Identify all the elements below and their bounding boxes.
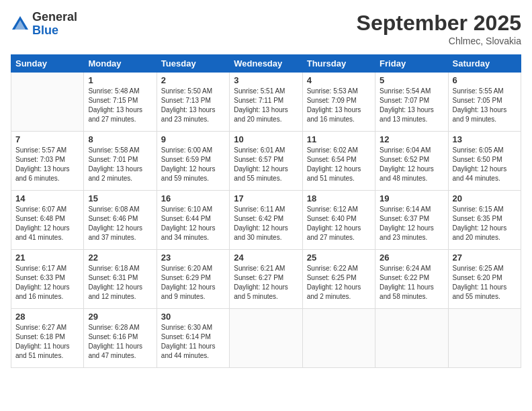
day-number: 11	[307, 134, 371, 144]
day-info: Sunrise: 5:57 AM Sunset: 7:03 PM Dayligh…	[15, 146, 79, 183]
month-title: September 2025	[357, 11, 521, 36]
calendar-cell: 15Sunrise: 6:08 AM Sunset: 6:46 PM Dayli…	[84, 191, 157, 250]
calendar-cell: 6Sunrise: 5:55 AM Sunset: 7:05 PM Daylig…	[448, 73, 521, 132]
header-tuesday: Tuesday	[157, 55, 229, 73]
calendar-cell: 8Sunrise: 5:58 AM Sunset: 7:01 PM Daylig…	[84, 132, 157, 191]
day-info: Sunrise: 6:17 AM Sunset: 6:33 PM Dayligh…	[15, 264, 79, 302]
day-number: 28	[15, 312, 79, 322]
day-number: 20	[453, 193, 517, 203]
day-number: 9	[161, 134, 225, 144]
calendar-cell: 3Sunrise: 5:51 AM Sunset: 7:11 PM Daylig…	[230, 73, 302, 132]
day-info: Sunrise: 6:21 AM Sunset: 6:27 PM Dayligh…	[234, 264, 298, 302]
calendar-cell: 19Sunrise: 6:14 AM Sunset: 6:37 PM Dayli…	[375, 191, 448, 250]
day-info: Sunrise: 6:04 AM Sunset: 6:52 PM Dayligh…	[380, 146, 443, 183]
calendar-cell: 23Sunrise: 6:20 AM Sunset: 6:29 PM Dayli…	[157, 250, 229, 309]
day-number: 2	[161, 75, 225, 85]
day-number: 12	[380, 134, 443, 144]
day-info: Sunrise: 6:25 AM Sunset: 6:20 PM Dayligh…	[453, 264, 517, 302]
day-info: Sunrise: 6:00 AM Sunset: 6:59 PM Dayligh…	[161, 146, 225, 183]
day-number: 1	[88, 75, 152, 85]
header-thursday: Thursday	[302, 55, 375, 73]
day-number: 18	[307, 193, 371, 203]
calendar-cell: 4Sunrise: 5:53 AM Sunset: 7:09 PM Daylig…	[302, 73, 375, 132]
day-info: Sunrise: 6:30 AM Sunset: 6:14 PM Dayligh…	[161, 323, 225, 361]
week-row-5: 28Sunrise: 6:27 AM Sunset: 6:18 PM Dayli…	[11, 309, 521, 368]
day-number: 5	[380, 75, 443, 85]
day-number: 23	[161, 253, 225, 263]
calendar-cell: 27Sunrise: 6:25 AM Sunset: 6:20 PM Dayli…	[448, 250, 521, 309]
week-row-3: 14Sunrise: 6:07 AM Sunset: 6:48 PM Dayli…	[11, 191, 521, 250]
day-number: 7	[15, 134, 79, 144]
calendar: SundayMondayTuesdayWednesdayThursdayFrid…	[11, 54, 521, 368]
day-info: Sunrise: 6:24 AM Sunset: 6:22 PM Dayligh…	[380, 264, 443, 302]
header-saturday: Saturday	[448, 55, 521, 73]
page-header: General Blue September 2025 Chlmec, Slov…	[11, 11, 521, 46]
header-monday: Monday	[84, 55, 157, 73]
day-info: Sunrise: 6:22 AM Sunset: 6:25 PM Dayligh…	[307, 264, 371, 302]
day-number: 10	[234, 134, 298, 144]
day-info: Sunrise: 6:05 AM Sunset: 6:50 PM Dayligh…	[453, 146, 517, 183]
calendar-cell: 13Sunrise: 6:05 AM Sunset: 6:50 PM Dayli…	[448, 132, 521, 191]
header-friday: Friday	[375, 55, 448, 73]
day-info: Sunrise: 6:10 AM Sunset: 6:44 PM Dayligh…	[161, 205, 225, 242]
day-info: Sunrise: 6:11 AM Sunset: 6:42 PM Dayligh…	[234, 205, 298, 242]
calendar-cell: 22Sunrise: 6:18 AM Sunset: 6:31 PM Dayli…	[84, 250, 157, 309]
calendar-cell: 21Sunrise: 6:17 AM Sunset: 6:33 PM Dayli…	[11, 250, 84, 309]
day-number: 22	[88, 253, 152, 263]
day-info: Sunrise: 6:20 AM Sunset: 6:29 PM Dayligh…	[161, 264, 225, 302]
calendar-cell	[448, 309, 521, 368]
calendar-cell	[230, 309, 302, 368]
day-info: Sunrise: 6:14 AM Sunset: 6:37 PM Dayligh…	[380, 205, 443, 242]
calendar-cell: 25Sunrise: 6:22 AM Sunset: 6:25 PM Dayli…	[302, 250, 375, 309]
calendar-cell: 29Sunrise: 6:28 AM Sunset: 6:16 PM Dayli…	[84, 309, 157, 368]
logo-general: General	[32, 11, 77, 24]
day-number: 15	[88, 193, 152, 203]
day-number: 8	[88, 134, 152, 144]
day-number: 13	[453, 134, 517, 144]
day-info: Sunrise: 6:18 AM Sunset: 6:31 PM Dayligh…	[88, 264, 152, 302]
day-number: 21	[15, 253, 79, 263]
calendar-cell: 20Sunrise: 6:15 AM Sunset: 6:35 PM Dayli…	[448, 191, 521, 250]
day-info: Sunrise: 5:50 AM Sunset: 7:13 PM Dayligh…	[161, 87, 225, 124]
day-number: 24	[234, 253, 298, 263]
day-number: 14	[15, 193, 79, 203]
day-info: Sunrise: 5:53 AM Sunset: 7:09 PM Dayligh…	[307, 87, 371, 124]
week-row-1: 1Sunrise: 5:48 AM Sunset: 7:15 PM Daylig…	[11, 73, 521, 132]
day-number: 17	[234, 193, 298, 203]
logo-icon	[11, 15, 30, 34]
title-block: September 2025 Chlmec, Slovakia	[357, 11, 521, 46]
header-sunday: Sunday	[11, 55, 84, 73]
day-number: 4	[307, 75, 371, 85]
calendar-cell: 17Sunrise: 6:11 AM Sunset: 6:42 PM Dayli…	[230, 191, 302, 250]
calendar-cell: 30Sunrise: 6:30 AM Sunset: 6:14 PM Dayli…	[157, 309, 229, 368]
calendar-cell: 11Sunrise: 6:02 AM Sunset: 6:54 PM Dayli…	[302, 132, 375, 191]
day-number: 29	[88, 312, 152, 322]
week-row-2: 7Sunrise: 5:57 AM Sunset: 7:03 PM Daylig…	[11, 132, 521, 191]
day-info: Sunrise: 6:08 AM Sunset: 6:46 PM Dayligh…	[88, 205, 152, 242]
day-info: Sunrise: 6:07 AM Sunset: 6:48 PM Dayligh…	[15, 205, 79, 242]
day-info: Sunrise: 6:12 AM Sunset: 6:40 PM Dayligh…	[307, 205, 371, 242]
day-info: Sunrise: 6:02 AM Sunset: 6:54 PM Dayligh…	[307, 146, 371, 183]
logo-text: General Blue	[32, 11, 77, 38]
calendar-cell: 18Sunrise: 6:12 AM Sunset: 6:40 PM Dayli…	[302, 191, 375, 250]
day-info: Sunrise: 5:48 AM Sunset: 7:15 PM Dayligh…	[88, 87, 152, 124]
calendar-cell: 14Sunrise: 6:07 AM Sunset: 6:48 PM Dayli…	[11, 191, 84, 250]
day-number: 3	[234, 75, 298, 85]
day-number: 6	[453, 75, 517, 85]
day-info: Sunrise: 6:28 AM Sunset: 6:16 PM Dayligh…	[88, 323, 152, 361]
calendar-cell	[302, 309, 375, 368]
day-info: Sunrise: 6:01 AM Sunset: 6:57 PM Dayligh…	[234, 146, 298, 183]
calendar-header-row: SundayMondayTuesdayWednesdayThursdayFrid…	[11, 55, 521, 73]
calendar-cell: 26Sunrise: 6:24 AM Sunset: 6:22 PM Dayli…	[375, 250, 448, 309]
day-info: Sunrise: 5:55 AM Sunset: 7:05 PM Dayligh…	[453, 87, 517, 124]
logo: General Blue	[11, 11, 77, 38]
day-number: 27	[453, 253, 517, 263]
logo-blue: Blue	[32, 24, 77, 38]
calendar-cell: 5Sunrise: 5:54 AM Sunset: 7:07 PM Daylig…	[375, 73, 448, 132]
calendar-cell: 2Sunrise: 5:50 AM Sunset: 7:13 PM Daylig…	[157, 73, 229, 132]
day-info: Sunrise: 5:51 AM Sunset: 7:11 PM Dayligh…	[234, 87, 298, 124]
day-number: 26	[380, 253, 443, 263]
day-number: 30	[161, 312, 225, 322]
day-number: 16	[161, 193, 225, 203]
calendar-cell: 1Sunrise: 5:48 AM Sunset: 7:15 PM Daylig…	[84, 73, 157, 132]
